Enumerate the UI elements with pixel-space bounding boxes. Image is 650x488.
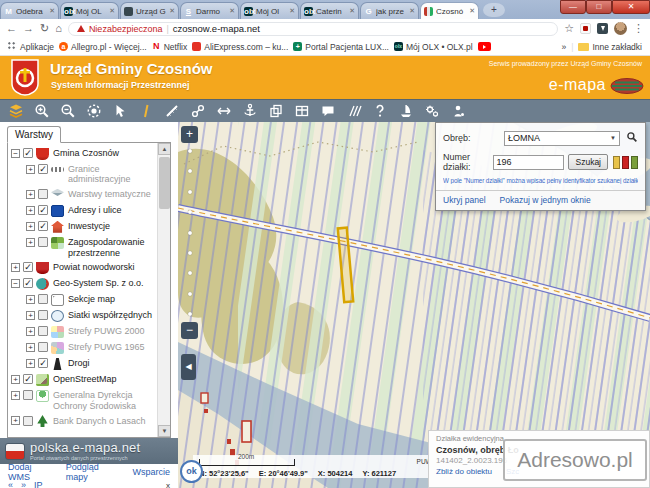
expand-toggle[interactable]: + <box>11 391 20 400</box>
layer-checkbox[interactable]: ✓ <box>23 148 33 158</box>
layer-checkbox[interactable] <box>23 390 33 400</box>
scrollbar-thumb[interactable] <box>159 157 170 209</box>
polska-emapa-banner[interactable]: polska.e-mapa.net Portal otwartych danyc… <box>0 438 178 464</box>
tree-scrollbar[interactable]: ▲ ▼ <box>157 143 170 437</box>
tree-item-warstwy-tematyczne[interactable]: + Warstwy tematyczne <box>25 186 156 202</box>
layers-icon[interactable] <box>5 102 27 121</box>
layer-checkbox[interactable]: ✓ <box>38 164 48 174</box>
tab-close-icon[interactable]: ✕ <box>49 7 55 15</box>
expand-toggle[interactable]: + <box>26 359 35 368</box>
obreb-select[interactable]: ŁOMNA ▼ <box>504 131 620 146</box>
menu-icon[interactable]: ⋮ <box>633 23 644 34</box>
layer-checkbox[interactable] <box>38 326 48 336</box>
copy-icon[interactable] <box>265 102 287 121</box>
expand-toggle[interactable]: + <box>11 263 20 272</box>
tree-item-strefy-2000[interactable]: + Strefy PUWG 2000 <box>25 323 156 339</box>
browser-tab[interactable]: olx Mój OL ✕ <box>60 2 119 19</box>
zoom-in-button[interactable]: + <box>181 126 198 143</box>
layer-checkbox[interactable]: ✓ <box>23 262 33 272</box>
layer-checkbox[interactable] <box>23 416 33 426</box>
tab-close-icon[interactable]: ✕ <box>289 7 295 15</box>
tree-item-strefy-1965[interactable]: + Strefy PUWG 1965 <box>25 339 156 355</box>
tree-item-powiat[interactable]: + ✓ Powiat nowodworski <box>10 259 156 275</box>
scroll-up-icon[interactable]: ▲ <box>158 143 171 155</box>
close-button[interactable]: ✕ <box>612 0 650 14</box>
tab-warstwy[interactable]: Warstwy <box>7 126 61 143</box>
pager-close[interactable]: x <box>166 481 170 488</box>
pdf-extension-icon[interactable] <box>580 23 591 34</box>
single-window-link[interactable]: Pokazuj w jednym oknie <box>500 195 591 205</box>
select-area-icon[interactable] <box>83 102 105 121</box>
profile-avatar[interactable] <box>614 22 627 35</box>
collapse-toggle[interactable]: − <box>11 149 20 158</box>
expand-toggle[interactable]: + <box>11 416 20 425</box>
tree-item-osm[interactable]: + ✓ OpenStreetMap <box>10 371 156 387</box>
other-bookmarks[interactable]: Inne zakładki <box>578 42 642 52</box>
collapse-sidebar-button[interactable]: ◀ <box>181 354 196 380</box>
tree-item-siatki[interactable]: + Siatki współrzędnych <box>25 307 156 323</box>
reload-icon[interactable]: ↻ <box>40 23 49 34</box>
layer-checkbox[interactable] <box>38 237 48 247</box>
expand-toggle[interactable]: + <box>26 222 35 231</box>
tree-item-adresy[interactable]: + ✓ Adresy i ulice <box>25 202 156 218</box>
url-input[interactable]: Niezabezpieczona | czosnow.e-mapa.net <box>68 22 558 36</box>
help-icon[interactable] <box>369 102 391 121</box>
browser-tab[interactable]: S Darmo ✕ <box>180 2 239 19</box>
layer-checkbox[interactable]: ✓ <box>23 374 33 384</box>
tree-item-granice[interactable]: + ✓ Granice administracyjne <box>25 161 156 186</box>
tab-close-icon[interactable]: ✕ <box>349 7 355 15</box>
expand-toggle[interactable]: + <box>11 375 20 384</box>
tree-item-geosystem[interactable]: − ✓ Geo-System Sp. z o.o. <box>10 275 156 291</box>
map-viewport[interactable]: + − ◀ Współrzędne Działki Plany Obiekty … <box>178 122 650 488</box>
zoom-slider[interactable] <box>181 145 198 320</box>
tree-item-gmina-czosnow[interactable]: − ✓ Gmina Czosnów <box>10 145 156 161</box>
pager-label[interactable]: IP <box>34 480 43 488</box>
browser-tab[interactable]: G jak prze ✕ <box>360 2 419 19</box>
tab-close-icon[interactable]: ✕ <box>169 7 175 15</box>
measure-chain-icon[interactable] <box>187 102 209 121</box>
measure-line-icon[interactable] <box>161 102 183 121</box>
bookmark-apps[interactable]: Aplikacje <box>8 42 54 52</box>
scroll-down-icon[interactable]: ▼ <box>158 425 171 437</box>
browser-tab[interactable]: olx Mój Ol ✕ <box>240 2 299 19</box>
table-icon[interactable] <box>291 102 313 121</box>
tree-item-gdos[interactable]: + Generalna Dyrekcja Ochrony Środowiska <box>10 387 156 412</box>
tree-item-inwestycje[interactable]: + ✓ Inwestycje <box>25 218 156 234</box>
bookmark-aliexpress[interactable]: AliExpress.com – ku... <box>192 42 288 52</box>
bookmark-luxmed[interactable]: + Portal Pacjenta LUX... <box>293 42 389 52</box>
new-tab-button[interactable]: + <box>483 3 505 17</box>
zoom-in-icon[interactable] <box>31 102 53 121</box>
tab-close-icon[interactable]: ✕ <box>229 7 235 15</box>
expand-toggle[interactable]: + <box>26 238 35 247</box>
tree-item-zagospodarowanie[interactable]: + Zagospodarowanie przestrzenne <box>25 234 156 259</box>
maximize-button[interactable]: □ <box>586 0 612 14</box>
boat-icon[interactable] <box>395 102 417 121</box>
bookmark-allegro[interactable]: a Allegro.pl - Więcej... <box>59 42 147 52</box>
bookmark-netflix[interactable]: N Netflix <box>152 42 188 52</box>
zoom-out-icon[interactable] <box>57 102 79 121</box>
zoom-out-button[interactable]: − <box>181 322 198 339</box>
measure-width-icon[interactable] <box>213 102 235 121</box>
expand-toggle[interactable]: + <box>26 311 35 320</box>
layer-checkbox[interactable]: ✓ <box>38 358 48 368</box>
tree-item-sekcje[interactable]: + Sekcje map <box>25 291 156 307</box>
zoom-to-object-link[interactable]: Zbliż do obiektu <box>436 467 492 478</box>
back-icon[interactable]: ← <box>6 23 17 34</box>
browser-tab-active[interactable]: Czosnó ✕ <box>420 2 479 19</box>
pager-next[interactable]: » <box>21 480 26 488</box>
tab-close-icon[interactable]: ✕ <box>409 7 415 15</box>
tab-close-icon[interactable]: ✕ <box>109 7 115 15</box>
expand-toggle[interactable]: + <box>26 165 35 174</box>
hatch-icon[interactable] <box>343 102 365 121</box>
collapse-toggle[interactable]: − <box>11 279 20 288</box>
browser-tab[interactable]: Urząd G ✕ <box>120 2 179 19</box>
tab-close-icon[interactable]: ✕ <box>469 7 475 15</box>
layer-checkbox[interactable] <box>38 342 48 352</box>
parcel-number-input[interactable]: 196 <box>493 155 565 170</box>
layer-checkbox[interactable]: ✓ <box>38 205 48 215</box>
cursor-icon[interactable] <box>109 102 131 121</box>
gears-icon[interactable] <box>421 102 443 121</box>
tree-item-bank-lasow[interactable]: + Bank Danych o Lasach <box>10 413 156 429</box>
layer-checkbox[interactable] <box>38 310 48 320</box>
layer-checkbox[interactable]: ✓ <box>23 278 33 288</box>
